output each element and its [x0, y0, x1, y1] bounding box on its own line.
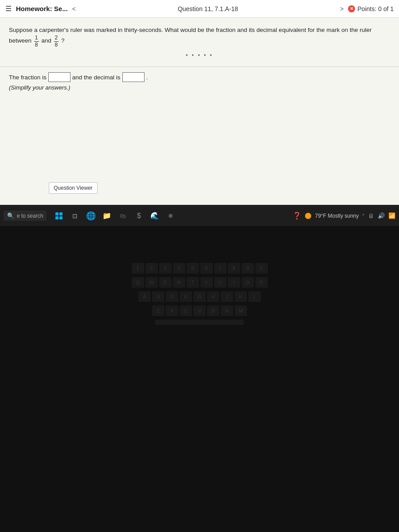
nav-left-arrow[interactable]: <	[72, 5, 76, 12]
taskbar: 🔍 e to search ⊡ 🌐 📁 🛍 $ 🌊 ❄ ❓ 79°F Mostl…	[0, 205, 399, 226]
taskbar-windows-icon[interactable]	[52, 209, 66, 223]
weather-icon	[305, 213, 311, 219]
taskbar-task-view-icon[interactable]: ⊡	[68, 209, 82, 223]
keyboard-row-2: Q W E R T Y U I O P	[4, 276, 395, 290]
taskbar-search[interactable]: 🔍 e to search	[4, 211, 47, 221]
app-window: ☰ Homework: Se... < Question 11, 7.1.A-1…	[0, 0, 399, 226]
points-indicator: ✕ Points: 0 of 1	[348, 5, 394, 12]
taskbar-app-icon[interactable]: ❄	[164, 209, 178, 223]
keyboard-row-4: Z X C V B N M	[4, 304, 395, 318]
taskbar-file-icon[interactable]: 📁	[100, 209, 114, 223]
search-icon: 🔍	[7, 212, 14, 219]
svg-rect-3	[59, 216, 63, 219]
simplify-note: (Simplify your answers.)	[9, 84, 390, 91]
taskbar-chevron-up[interactable]: ^	[362, 213, 364, 218]
points-text: Points: 0 of 1	[357, 5, 394, 12]
keyboard-row-1: 1 2 3 4 5 6 7 8 9 0	[4, 262, 395, 276]
svg-rect-0	[55, 212, 59, 215]
weather-text: 79°F Mostly sunny	[315, 213, 359, 219]
dark-background: 1 2 3 4 5 6 7 8 9 0 Q W E R T Y U I O P …	[0, 226, 399, 532]
nav-right-arrow[interactable]: >	[340, 5, 344, 12]
answer-area: The fraction is and the decimal is . (Si…	[0, 67, 399, 96]
taskbar-notification-icon[interactable]: 🖥	[368, 212, 374, 219]
nav-title: Homework: Se...	[16, 5, 68, 12]
question-info: Question 11, 7.1.A-18	[80, 5, 336, 12]
decimal-input[interactable]	[122, 72, 145, 82]
fraction1: 1 8	[34, 35, 39, 48]
question-area: Suppose a carpenter's ruler was marked i…	[0, 18, 399, 67]
taskbar-right: ❓ 79°F Mostly sunny ^ 🖥 🔊 📶	[293, 211, 395, 220]
menu-icon[interactable]: ☰	[5, 4, 12, 13]
svg-rect-2	[55, 216, 59, 219]
taskbar-edge-icon[interactable]: 🌊	[148, 209, 162, 223]
fraction2: 2 8	[54, 35, 59, 48]
question-text: Suppose a carpenter's ruler was marked i…	[9, 26, 390, 48]
decimal-label: and the decimal is	[72, 74, 121, 81]
keyboard-row-space	[4, 318, 395, 327]
dots-separator: • • • • •	[9, 52, 390, 59]
points-x-icon: ✕	[348, 5, 355, 12]
fraction-label: The fraction is	[9, 74, 47, 81]
taskbar-network-icon[interactable]: 📶	[388, 212, 395, 219]
keyboard-row-3: A S D F G H J K L	[4, 290, 395, 304]
question-viewer-button[interactable]: Question Viewer	[49, 182, 98, 194]
taskbar-globe-icon[interactable]: 🌐	[84, 209, 98, 223]
svg-rect-1	[59, 212, 63, 215]
answer-line: The fraction is and the decimal is .	[9, 72, 390, 82]
taskbar-dollar-icon[interactable]: $	[132, 209, 146, 223]
content-area: Question Viewer	[0, 96, 399, 220]
taskbar-question-icon: ❓	[293, 211, 301, 220]
taskbar-store-icon[interactable]: 🛍	[116, 209, 130, 223]
nav-bar: ☰ Homework: Se... < Question 11, 7.1.A-1…	[0, 0, 399, 18]
fraction-input[interactable]	[48, 72, 70, 82]
search-text[interactable]: e to search	[17, 213, 43, 219]
keyboard-background: 1 2 3 4 5 6 7 8 9 0 Q W E R T Y U I O P …	[0, 226, 399, 327]
taskbar-volume-icon[interactable]: 🔊	[378, 212, 385, 219]
